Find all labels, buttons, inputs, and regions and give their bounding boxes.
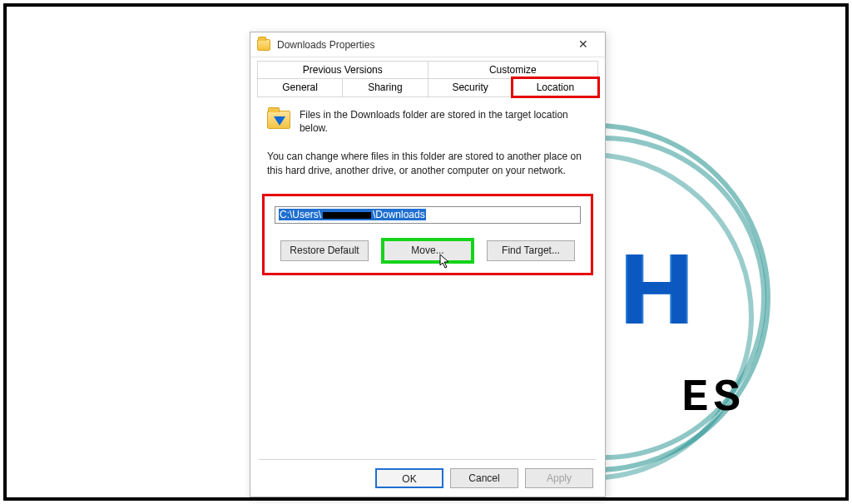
properties-dialog: Downloads Properties ✕ Previous Versions…	[250, 32, 606, 497]
tab-customize[interactable]: Customize	[428, 61, 599, 78]
downloads-folder-icon	[267, 108, 291, 133]
move-button[interactable]: Move...	[384, 240, 472, 261]
ok-button[interactable]: OK	[375, 468, 443, 488]
close-button[interactable]: ✕	[567, 35, 600, 55]
watermark-suffix: ES	[681, 373, 746, 423]
restore-default-button[interactable]: Restore Default	[280, 240, 369, 261]
explain-text: You can change where files in this folde…	[267, 150, 588, 176]
find-target-button[interactable]: Find Target...	[487, 240, 575, 261]
tab-general[interactable]: General	[257, 78, 342, 96]
tab-previous-versions[interactable]: Previous Versions	[257, 61, 428, 78]
cancel-button[interactable]: Cancel	[450, 468, 518, 488]
titlebar[interactable]: Downloads Properties ✕	[250, 32, 605, 57]
tab-location[interactable]: Location	[513, 78, 598, 96]
watermark-letter: H	[621, 231, 691, 346]
tab-security[interactable]: Security	[428, 78, 513, 96]
folder-icon	[257, 39, 270, 51]
description-text: Files in the Downloads folder are stored…	[300, 108, 588, 135]
apply-button[interactable]: Apply	[525, 468, 593, 488]
window-title: Downloads Properties	[277, 39, 567, 51]
tab-sharing[interactable]: Sharing	[342, 78, 427, 96]
highlight-path-region: C:\Users\\Downloads Restore Default Move…	[262, 194, 593, 275]
location-path-input[interactable]: C:\Users\\Downloads	[275, 206, 581, 224]
redacted-username	[323, 212, 371, 219]
